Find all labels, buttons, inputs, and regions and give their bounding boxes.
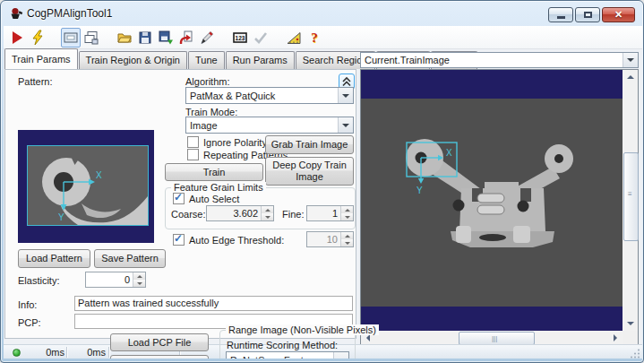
elasticity-label: Elasticity: [18,275,59,286]
pattern-preview[interactable]: X Y [18,130,154,243]
resize-grip[interactable] [630,348,640,359]
region-axis-y-label: Y [416,186,423,195]
scroll-down-icon[interactable] [623,316,638,331]
region-axis-x-label: X [446,148,452,158]
coarse-value: 3.602 [207,206,261,220]
auto-edge-threshold-value: 10 [307,232,340,246]
auto-edge-threshold-stepper[interactable]: 10 [306,231,354,247]
horizontal-scroll-thumb[interactable]: ||| [459,332,535,345]
ignore-polarity-checkbox[interactable] [187,136,199,148]
double-chevron-up-icon [341,76,352,87]
runtime-scoring-method-select[interactable]: DoNotScoreFeatures [226,351,349,359]
pattern-axis-y-label: Y [58,212,64,222]
fine-up-arrow[interactable] [341,206,353,213]
scoring-dropdown-icon[interactable] [333,352,348,359]
coarse-stepper[interactable]: 3.602 [206,205,274,221]
deep-copy-train-image-button[interactable]: Deep Copy Train Image [265,157,354,186]
measure-icon[interactable] [284,28,304,48]
minimize-button[interactable] [548,7,573,22]
close-icon: ✕ [614,10,623,20]
pattern-image: X Y [27,145,149,226]
image-display-panel: X Y ≡ ||| [360,69,639,345]
elasticity-value: 0 [86,272,133,287]
save-pattern-button[interactable]: Save Pattern [94,249,166,268]
vertical-scroll-thumb[interactable]: ≡ [623,152,639,241]
vertical-scrollbar[interactable]: ≡ [623,70,638,331]
algorithm-label: Algorithm: [185,76,230,87]
algorithm-value: PatMax & PatQuick [186,91,338,101]
horizontal-scrollbar[interactable]: ||| [361,331,623,344]
threshold-up-arrow[interactable] [341,232,353,239]
scroll-right-icon[interactable] [608,331,623,344]
repeating-patterns-checkbox[interactable] [187,149,199,160]
fine-stepper[interactable]: 1 [306,205,354,221]
coarse-up-arrow[interactable] [262,206,273,213]
tab-train-region-origin[interactable]: Train Region & Origin [79,51,187,69]
train-image: X Y [361,99,623,307]
auto-select-label: Auto Select [189,194,239,204]
train-mode-select[interactable]: Image [185,117,354,134]
title-bar[interactable]: CogPMAlignTool1 ✕ [1,1,643,26]
maximize-button[interactable] [575,7,600,22]
record-display-select[interactable]: Current.TrainImage [360,52,639,68]
status-led-icon [13,349,21,357]
auto-edge-threshold-label: Auto Edge Threshold: [189,235,284,246]
clear-pcp-button[interactable]: Clear PCP [110,355,209,359]
save-icon[interactable] [135,28,155,48]
feature-grain-limits-label: Feature Grain Limits [171,182,266,193]
fine-value: 1 [307,206,340,220]
app-icon [9,6,23,21]
numeric-display-icon[interactable]: 123 [230,28,250,48]
coarse-down-arrow[interactable] [262,213,273,220]
trained-status: Trained [16,357,72,359]
image-display-icon[interactable] [61,28,81,48]
open-file-icon[interactable] [115,28,134,48]
client-area: 123 ?? Train Params Train Region & Origi… [4,26,642,359]
app-window: CogPMAlignTool1 ✕ 123 ?? [0,0,644,363]
train-mode-dropdown-icon[interactable] [338,117,353,133]
window-title: CogPMAlignTool1 [27,7,112,20]
svg-text:?: ? [311,30,318,45]
elasticity-stepper[interactable]: 0 [85,272,146,288]
info-field[interactable]: Pattern was trained successfully [74,296,353,311]
tab-run-params[interactable]: Run Params [226,51,295,69]
fine-label: Fine: [282,209,304,220]
threshold-down-arrow[interactable] [341,239,353,246]
range-image-group-label: Range Image (Non-Visible Pixels) [226,324,379,335]
live-run-icon[interactable] [28,28,47,48]
run-icon[interactable] [7,28,27,48]
runtime-scoring-method-label: Runtime Scoring Method: [227,340,338,350]
ignore-polarity-label: Ignore Polarity [203,137,267,148]
load-pattern-button[interactable]: Load Pattern [18,249,90,268]
close-button[interactable]: ✕ [602,7,635,22]
algorithm-dropdown-icon[interactable] [338,88,353,103]
train-params-page: Pattern: [4,69,356,339]
auto-edge-threshold-checkbox[interactable] [173,234,185,246]
info-label: Info: [18,299,37,310]
tab-tune[interactable]: Tune [188,51,225,69]
status-time-2: 0ms [70,347,106,358]
tab-train-params[interactable]: Train Params [4,48,78,69]
train-button[interactable]: Train [165,163,263,181]
electric-pen-icon[interactable] [197,28,217,48]
auto-select-checkbox[interactable] [173,193,185,204]
help-icon[interactable]: ?? [305,28,324,48]
grab-train-image-button[interactable]: Grab Train Image [265,135,354,154]
runtime-scoring-method-value: DoNotScoreFeatures [227,355,333,359]
elasticity-down-arrow[interactable] [133,280,145,287]
save-image-icon[interactable] [156,28,176,48]
reset-icon[interactable] [176,28,196,48]
record-display-dropdown-icon[interactable] [623,53,638,67]
pattern-axis-x-label: X [96,170,102,180]
maximize-icon [584,12,592,18]
train-mode-value: Image [186,120,338,131]
cascade-windows-icon[interactable] [82,28,101,48]
coarse-label: Coarse: [171,209,206,220]
scroll-up-icon[interactable] [623,70,638,84]
train-image-canvas[interactable]: X Y [361,70,623,331]
load-pcp-file-button[interactable]: Load PCP File [110,333,209,351]
accept-icon[interactable] [251,28,270,48]
algorithm-select[interactable]: PatMax & PatQuick [185,87,354,104]
elasticity-up-arrow[interactable] [133,272,145,280]
fine-down-arrow[interactable] [341,213,353,220]
